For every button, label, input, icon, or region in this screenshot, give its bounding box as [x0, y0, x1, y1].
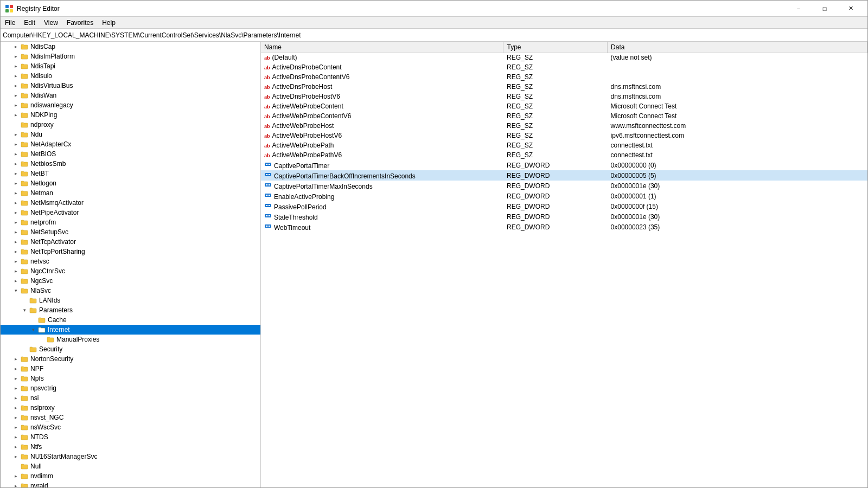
close-button[interactable]: ✕	[838, 1, 863, 17]
expander-npsvctrig[interactable]: ▸	[11, 384, 20, 393]
expander-NetbiosSmb[interactable]: ▸	[11, 159, 20, 168]
expander-ndproxy[interactable]	[11, 120, 20, 129]
tree-item-NetAdapterCx[interactable]: ▸ NetAdapterCx	[1, 139, 260, 149]
expander-NPF[interactable]: ▸	[11, 364, 20, 373]
expander-Netman[interactable]: ▸	[11, 189, 20, 197]
expander-Ndu[interactable]: ▸	[11, 130, 20, 139]
tree-item-NPF[interactable]: ▸ NPF	[1, 364, 260, 374]
tree-item-Npfs[interactable]: ▸ Npfs	[1, 374, 260, 383]
tree-item-LANIds[interactable]: LANIds	[1, 296, 260, 305]
registry-row-1[interactable]: abActiveDnsProbeContentREG_SZ	[261, 62, 867, 72]
registry-row-14[interactable]: EnableActiveProbingREG_DWORD0x00000001 (…	[261, 191, 867, 201]
registry-row-10[interactable]: abActiveWebProbePathV6REG_SZconnecttest.…	[261, 150, 867, 160]
minimize-button[interactable]: −	[786, 1, 811, 17]
tree-item-NU16StartManagerSvc[interactable]: ▸ NU16StartManagerSvc	[1, 452, 260, 461]
expander-NetBIOS[interactable]: ▸	[11, 150, 20, 158]
tree-item-NdisImPlatform[interactable]: ▸ NdisImPlatform	[1, 52, 260, 61]
tree-item-ndproxy[interactable]: ndproxy	[1, 120, 260, 130]
maximize-button[interactable]: □	[812, 1, 837, 17]
tree-item-nsvst_NGC[interactable]: ▸ nsvst_NGC	[1, 413, 260, 422]
expander-nsWscSvc[interactable]: ▸	[11, 423, 20, 432]
tree-item-NortonSecurity[interactable]: ▸ NortonSecurity	[1, 354, 260, 364]
registry-row-3[interactable]: abActiveDnsProbeHostREG_SZdns.msftncsi.c…	[261, 82, 867, 92]
expander-LANIds[interactable]	[20, 296, 29, 305]
expander-nsvst_NGC[interactable]: ▸	[11, 413, 20, 422]
expander-Security[interactable]	[20, 345, 29, 354]
tree-item-Internet[interactable]: ▾ Internet	[1, 325, 260, 335]
tree-item-NgcCtnrSvc[interactable]: ▸ NgcCtnrSvc	[1, 266, 260, 276]
expander-Cache[interactable]	[29, 316, 37, 324]
menu-view[interactable]: View	[40, 18, 62, 28]
tree-item-NetBIOS[interactable]: ▸ NetBIOS	[1, 149, 260, 159]
tree-item-nsi[interactable]: ▸ nsi	[1, 393, 260, 403]
expander-NetMsmqActivator[interactable]: ▸	[11, 198, 20, 207]
tree-item-NetTcpPortSharing[interactable]: ▸ NetTcpPortSharing	[1, 247, 260, 256]
tree-item-Ndisuio[interactable]: ▸ Ndisuio	[1, 71, 260, 81]
registry-row-6[interactable]: abActiveWebProbeContentV6REG_SZMicrosoft…	[261, 111, 867, 121]
tree-item-ndiswanlegacy[interactable]: ▸ ndiswanlegacy	[1, 100, 260, 110]
expander-NetSetupSvc[interactable]: ▸	[11, 228, 20, 236]
tree-item-NetbiosSmb[interactable]: ▸ NetbiosSmb	[1, 159, 260, 169]
menu-file[interactable]: File	[1, 18, 20, 28]
expander-nvdimm[interactable]: ▸	[11, 472, 20, 480]
expander-NDKPing[interactable]: ▸	[11, 111, 20, 119]
tree-item-Parameters[interactable]: ▾ Parameters	[1, 305, 260, 315]
tree-item-Ndu[interactable]: ▸ Ndu	[1, 130, 260, 139]
expander-Ndisuio[interactable]: ▸	[11, 72, 20, 80]
expander-NetBT[interactable]: ▸	[11, 169, 20, 178]
expander-ndiswanlegacy[interactable]: ▸	[11, 101, 20, 110]
registry-row-16[interactable]: StaleThresholdREG_DWORD0x0000001e (30)	[261, 211, 867, 222]
menu-help[interactable]: Help	[98, 18, 120, 28]
expander-NetPipeActivator[interactable]: ▸	[11, 208, 20, 217]
tree-item-NDKPing[interactable]: ▸ NDKPing	[1, 110, 260, 120]
expander-nsi[interactable]: ▸	[11, 394, 20, 402]
tree-item-Netlogon[interactable]: ▸ Netlogon	[1, 178, 260, 188]
tree-item-NetSetupSvc[interactable]: ▸ NetSetupSvc	[1, 227, 260, 237]
expander-netvsc[interactable]: ▸	[11, 257, 20, 266]
registry-row-5[interactable]: abActiveWebProbeContentREG_SZMicrosoft C…	[261, 101, 867, 111]
expander-NdisVirtualBus[interactable]: ▸	[11, 81, 20, 90]
tree-item-Ntfs[interactable]: ▸ Ntfs	[1, 442, 260, 452]
tree-item-NdisCap[interactable]: ▸ NdisCap	[1, 42, 260, 52]
expander-Npfs[interactable]: ▸	[11, 374, 20, 383]
registry-row-4[interactable]: abActiveDnsProbeHostV6REG_SZdns.msftncsi…	[261, 92, 867, 101]
menu-favorites[interactable]: Favorites	[62, 18, 98, 28]
expander-ManualProxies[interactable]	[37, 335, 46, 344]
tree-item-NdisWan[interactable]: ▸ NdisWan	[1, 91, 260, 100]
tree-item-nsWscSvc[interactable]: ▸ nsWscSvc	[1, 422, 260, 432]
right-pane[interactable]: Name Type Data ab(Default)REG_SZ(value n…	[261, 42, 867, 487]
registry-row-12[interactable]: CaptivePortalTimerBackOffIncrementsInSec…	[261, 170, 867, 181]
tree-pane[interactable]: ▸ NdisCap▸ NdisImPlatform▸ NdisTapi▸ Ndi…	[1, 42, 261, 487]
tree-item-Null[interactable]: Null	[1, 461, 260, 471]
expander-NgcCtnrSvc[interactable]: ▸	[11, 267, 20, 275]
expander-NTDS[interactable]: ▸	[11, 433, 20, 441]
registry-row-2[interactable]: abActiveDnsProbeContentV6REG_SZ	[261, 72, 867, 82]
expander-nsiproxy[interactable]: ▸	[11, 403, 20, 412]
tree-item-netvsc[interactable]: ▸ netvsc	[1, 256, 260, 266]
expander-NlaSvc[interactable]: ▾	[11, 286, 20, 295]
expander-NdisWan[interactable]: ▸	[11, 91, 20, 100]
registry-row-11[interactable]: CaptivePortalTimerREG_DWORD0x00000000 (0…	[261, 160, 867, 170]
expander-NetTcpActivator[interactable]: ▸	[11, 237, 20, 246]
tree-item-NgcSvc[interactable]: ▸ NgcSvc	[1, 276, 260, 286]
expander-NdisCap[interactable]: ▸	[11, 42, 20, 51]
expander-NU16StartManagerSvc[interactable]: ▸	[11, 452, 20, 461]
registry-row-9[interactable]: abActiveWebProbePathREG_SZconnecttest.tx…	[261, 140, 867, 150]
tree-item-NetPipeActivator[interactable]: ▸ NetPipeActivator	[1, 208, 260, 217]
expander-Netlogon[interactable]: ▸	[11, 179, 20, 188]
expander-Parameters[interactable]: ▾	[20, 306, 29, 314]
registry-row-7[interactable]: abActiveWebProbeHostREG_SZwww.msftconnec…	[261, 121, 867, 131]
tree-item-NetMsmqActivator[interactable]: ▸ NetMsmqActivator	[1, 198, 260, 208]
tree-item-NdisVirtualBus[interactable]: ▸ NdisVirtualBus	[1, 81, 260, 91]
tree-item-NetBT[interactable]: ▸ NetBT	[1, 169, 260, 178]
tree-item-Security[interactable]: Security	[1, 344, 260, 354]
expander-Ntfs[interactable]: ▸	[11, 442, 20, 451]
tree-item-netprofm[interactable]: ▸ netprofm	[1, 217, 260, 227]
tree-item-ManualProxies[interactable]: ManualProxies	[1, 335, 260, 344]
expander-Null[interactable]	[11, 462, 20, 471]
expander-NdisImPlatform[interactable]: ▸	[11, 52, 20, 61]
expander-nvraid[interactable]: ▸	[11, 481, 20, 487]
expander-Internet[interactable]: ▾	[29, 325, 37, 334]
expander-NetTcpPortSharing[interactable]: ▸	[11, 247, 20, 256]
expander-NdisTapi[interactable]: ▸	[11, 62, 20, 70]
